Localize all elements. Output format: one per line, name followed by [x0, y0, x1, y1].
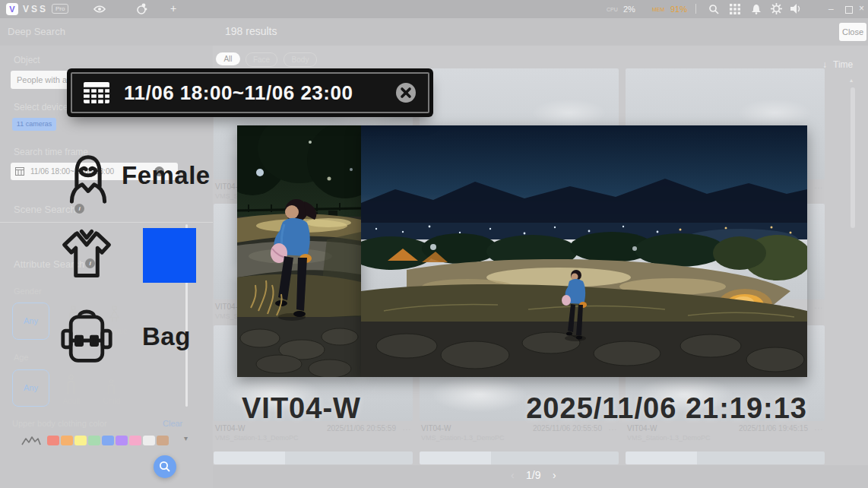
result-caption: VIT04-W 2025/11/06 20:55:50 ... VMS_Stat…: [420, 424, 619, 444]
close-window-icon[interactable]: ×: [859, 3, 864, 14]
result-caption: VIT04-W 2025/11/06 20:55:59 ... VMS_Stat…: [214, 424, 413, 444]
sort-by-time[interactable]: Time: [833, 59, 853, 70]
gear-icon[interactable]: [771, 3, 782, 14]
restore-icon[interactable]: [845, 6, 853, 14]
station-name: VMS_Station-1.3_DemoPC: [421, 434, 505, 442]
cpu-value: 2%: [623, 5, 635, 14]
search-fab-button[interactable]: [154, 455, 176, 478]
titlebar: V VSS Pro + CPU 2% MEM 91% – ×: [0, 0, 868, 18]
object-label: Object: [14, 55, 40, 65]
vss-logo-icon: V: [6, 3, 18, 15]
eye-icon[interactable]: [93, 3, 106, 15]
station-name: VMS_Station-1.3_DemoPC: [627, 434, 711, 442]
time-range-text: 11/06 18:00~11/06 23:00: [124, 81, 353, 105]
result-caption: VIT04-W 2025/11/06 19:45:15 ... VMS_Stat…: [626, 424, 825, 444]
caret-down-icon[interactable]: ▾: [184, 434, 188, 442]
close-icon[interactable]: [394, 81, 417, 104]
color-swatch[interactable]: [102, 436, 114, 445]
color-swatch[interactable]: [143, 436, 155, 445]
child-icon[interactable]: [107, 379, 116, 395]
color-swatch[interactable]: [88, 436, 100, 445]
select-device-label: Select device: [14, 102, 68, 112]
app-name: VSS: [23, 4, 48, 14]
camera-name: VIT04-W: [627, 424, 657, 433]
pro-badge: Pro: [52, 4, 68, 14]
close-panel-button[interactable]: Close: [839, 23, 866, 41]
page-indicator: 1/9: [526, 469, 540, 481]
chevron-right-icon[interactable]: ›: [553, 469, 556, 481]
vss-app-window: V VSS Pro + CPU 2% MEM 91% – ×: [0, 0, 868, 488]
cpu-label: CPU: [607, 7, 618, 12]
header-bar: [0, 18, 868, 46]
bag-annotation-label: Bag: [142, 322, 191, 351]
color-swatch[interactable]: [61, 436, 73, 445]
age-adult-option[interactable]: Adult: [59, 397, 84, 405]
filter-tab-all[interactable]: All: [216, 52, 240, 65]
preview-right-frame[interactable]: [361, 125, 807, 377]
next-row-thumbnail: [420, 452, 619, 464]
female-annotation-label: Female: [122, 161, 211, 190]
blue-color-annotation: [143, 228, 196, 283]
station-name: VMS_Station-1.3_DemoPC: [215, 434, 299, 442]
bell-icon[interactable]: [751, 3, 762, 14]
deep-search-tab-icon[interactable]: [135, 3, 149, 15]
color-swatch[interactable]: [74, 436, 87, 445]
result-time: 2025/11/06 20:55:50: [533, 424, 602, 433]
clear-link[interactable]: Clear: [163, 419, 182, 428]
result-time: 2025/11/06 19:45:15: [739, 424, 808, 433]
mem-label: MEM: [652, 7, 664, 12]
preview-left-frame[interactable]: [237, 125, 361, 377]
minimize-icon[interactable]: –: [828, 4, 834, 14]
upper-color-label: Upper body clothing color: [12, 419, 107, 428]
search-icon[interactable]: [708, 4, 719, 14]
next-row-thumbnail: [626, 452, 825, 464]
more-icon[interactable]: ...: [403, 423, 411, 432]
filter-tab-body[interactable]: Body: [284, 52, 317, 67]
age-child-option[interactable]: Child: [100, 397, 124, 405]
filter-tab-face[interactable]: Face: [246, 52, 277, 67]
preview-camera-name: VIT04-W: [242, 392, 361, 425]
female-icon: [61, 144, 116, 208]
results-scrollbar[interactable]: [851, 87, 855, 228]
titlebar-divider: [695, 4, 696, 14]
color-swatch[interactable]: [157, 436, 169, 445]
age-any-button[interactable]: Any: [12, 369, 49, 407]
cameras-chip[interactable]: 11 cameras: [12, 118, 56, 131]
gender-label: Gender: [14, 287, 42, 296]
shirt-icon: [55, 219, 119, 287]
grid-apps-icon[interactable]: [730, 4, 740, 14]
adult-icon[interactable]: [66, 375, 76, 395]
calendar-icon: [15, 167, 24, 176]
results-count: 198 results: [225, 25, 277, 37]
page-title: Deep Search: [8, 26, 65, 37]
add-tab-button[interactable]: +: [170, 2, 176, 14]
color-swatch[interactable]: [47, 436, 59, 445]
result-time: 2025/11/06 20:55:59: [327, 424, 396, 433]
scroll-up-icon[interactable]: ▴: [850, 77, 853, 84]
age-label: Age: [14, 353, 29, 362]
more-icon[interactable]: ...: [815, 423, 823, 432]
preview-timestamp: 2025/11/06 21:19:13: [526, 392, 807, 425]
backpack-icon: [56, 299, 117, 369]
volume-icon[interactable]: [790, 4, 802, 14]
gender-any-button[interactable]: Any: [12, 303, 49, 340]
color-swatch[interactable]: [129, 436, 141, 445]
chevron-left-icon[interactable]: ‹: [511, 469, 515, 481]
calendar-icon: [83, 81, 110, 104]
time-range-badge: 11/06 18:00~11/06 23:00: [71, 72, 429, 113]
camera-name: VIT04-W: [215, 424, 245, 433]
any-color-icon[interactable]: [21, 435, 41, 447]
camera-name: VIT04-W: [421, 424, 451, 433]
more-icon[interactable]: ...: [815, 182, 823, 190]
color-swatch[interactable]: [116, 436, 128, 445]
next-row-thumbnail: [214, 452, 413, 464]
more-icon[interactable]: ...: [815, 302, 823, 310]
mem-value: 91%: [670, 5, 687, 14]
